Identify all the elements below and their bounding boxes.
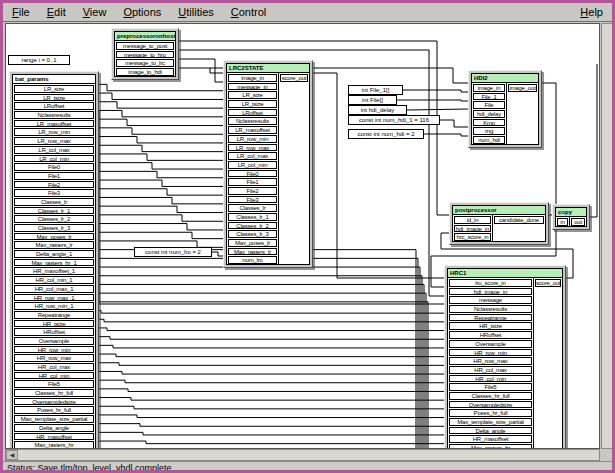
port-row[interactable]: HR_tsize [449,322,532,330]
port-row[interactable]: LR_col_max [14,146,94,154]
port-row[interactable]: num_hdi [473,136,505,144]
menu-control[interactable]: Control [230,6,267,18]
block-bat-params[interactable]: bat_params LR_sizeLR_tsizeLRoffsetNclass… [9,71,99,449]
menu-utilities[interactable]: Utilities [177,6,214,18]
port-row[interactable]: Nclassresults [14,111,94,119]
port-row[interactable]: LR_maxoffset [228,126,277,134]
port-row[interactable]: Classes_lr_2 [228,222,277,230]
menu-help[interactable]: Help [579,6,604,18]
port-row[interactable]: Classes_lr_3 [14,224,94,232]
port-row[interactable]: Classes_lr [228,204,277,212]
port-row[interactable]: Max_rasters_hr [14,441,94,449]
port-row[interactable]: HR_col_min_1 [14,276,94,284]
port-row[interactable]: File2 [228,187,277,195]
port-row[interactable]: Classes_hr_full [449,392,532,400]
port-row[interactable]: HR_maxoffset [14,433,94,441]
port-row[interactable]: Classes_lr_2 [14,215,94,223]
port-row[interactable]: Repeatrange [14,311,94,319]
port-row[interactable]: LR_col_min [228,161,277,169]
port-row[interactable]: Delta_angle [449,427,532,435]
label-num-hdi[interactable]: const int num_hdi = 2 [348,129,424,139]
block-hrc1[interactable]: HRC1 lro_score_inhdi_image_inmessageNcla… [444,265,566,449]
port-row[interactable]: Max_rasters_lr [228,248,277,256]
port-row[interactable]: message_in [228,83,277,91]
schematic-canvas[interactable]: range i = 0..1 const int num_lro = 2 int… [5,23,600,449]
port-row[interactable]: File1 [14,172,94,180]
port-row[interactable]: candidate_done [494,216,544,224]
port-row[interactable]: Delta_angle_1 [14,250,94,258]
port-row[interactable]: LR_maxoffset [14,120,94,128]
port-row[interactable]: image_out [508,84,537,92]
port-row[interactable]: File [473,101,505,109]
port-row[interactable]: Max_poses_lr [14,233,94,241]
port-row[interactable]: HRoffset [14,328,94,336]
block-lrc2state[interactable]: LRC2STATE image_inmessage_inLR_sizeLR_ts… [223,60,313,268]
port-row[interactable]: LRoffset [14,102,94,110]
port-row[interactable]: File1 [228,178,277,186]
port-row[interactable]: message_to_hro [116,51,174,59]
port-row[interactable]: image_in [473,84,505,92]
port-row[interactable]: Max_rasters_hr_1 [14,259,94,267]
block-preprocessoronhost[interactable]: preprocessoronhost message_to_postmessag… [111,28,179,80]
block-postprocessor[interactable]: postprocessor id_inhdi_image_inhrc_score… [449,202,549,245]
port-row[interactable]: Classes_hr_full [14,389,94,397]
port-row[interactable]: lro_score_in [449,279,532,287]
port-row[interactable]: out [571,218,585,226]
port-row[interactable]: Nclassresults [228,117,277,125]
port-row[interactable]: HR_col_max [449,366,532,374]
port-row[interactable]: File0 [14,163,94,171]
port-row[interactable]: Max_template_size_partial [449,418,532,426]
port-row[interactable]: rng [473,127,505,135]
port-row[interactable]: image_to_hdi [116,68,174,76]
port-row[interactable]: HR_row_min [449,349,532,357]
port-row[interactable]: LR_row_max [14,137,94,145]
port-row[interactable]: Oversampledsize [14,398,94,406]
port-row[interactable]: hdi_image_in [449,288,532,296]
port-row[interactable]: hdi_delay [473,110,505,118]
port-row[interactable]: Max_rasters_lr [14,241,94,249]
port-row[interactable]: Classes_lr_1 [14,207,94,215]
port-row[interactable]: hrc_score_in [454,233,491,241]
port-row[interactable]: File5 [449,383,532,391]
label-num-lro[interactable]: const int num_lro = 2 [134,247,212,257]
port-row[interactable]: File_1 [473,93,505,101]
port-row[interactable]: HR_col_min [449,375,532,383]
port-row[interactable]: message [449,296,532,304]
port-row[interactable]: image_in [228,74,277,82]
port-row[interactable]: File2 [14,181,94,189]
port-row[interactable]: Kmp [473,119,505,127]
port-row[interactable]: id_in [454,216,491,224]
port-row[interactable]: HR_maxoffset_1 [14,267,94,275]
port-row[interactable]: LR_size [14,85,94,93]
port-row[interactable]: Nclassresults [449,305,532,313]
label-file-1-array[interactable]: int File_1[] [348,85,403,95]
scroll-left-arrow-icon[interactable]: ◀ [6,450,18,460]
port-row[interactable]: File3 [228,196,277,204]
port-row[interactable]: HR_row_min_1 [14,302,94,310]
port-row[interactable]: HR_maxoffset [449,435,532,443]
port-row[interactable]: HR_col_max [14,363,94,371]
label-file-array[interactable]: int File[] [348,95,397,105]
port-row[interactable]: HR_row_min [14,346,94,354]
label-num-hdi-1[interactable]: const int num_hdi_1 = 116 [348,115,440,125]
port-row[interactable]: HR_col_max_1 [14,285,94,293]
port-row[interactable]: LRoffset [228,109,277,117]
port-row[interactable]: score_out [280,74,308,82]
block-hdi2[interactable]: HDI2 image_inFile_1Filehdi_delayKmprngnu… [468,70,542,148]
horizontal-scrollbar[interactable]: ◀ [5,449,600,461]
port-row[interactable]: Repeatrange [449,314,532,322]
port-row[interactable]: Oversample [449,340,532,348]
port-row[interactable]: LR_row_max [228,144,277,152]
port-row[interactable]: LR_tsize [228,100,277,108]
port-row[interactable]: message_to_lrc [116,59,174,67]
port-row[interactable]: in [557,218,568,226]
port-row[interactable]: Classes_lr [14,198,94,206]
menu-view[interactable]: View [82,6,108,18]
label-hdi-delay[interactable]: int hdi_delay [348,105,407,115]
port-row[interactable]: Max_poses_lr [228,239,277,247]
port-row[interactable]: HR_tsize [14,320,94,328]
menu-options[interactable]: Options [122,6,162,18]
port-row[interactable]: Poses_hr_full [449,409,532,417]
port-row[interactable]: num_lro [228,256,277,264]
port-row[interactable]: LR_col_max [228,152,277,160]
